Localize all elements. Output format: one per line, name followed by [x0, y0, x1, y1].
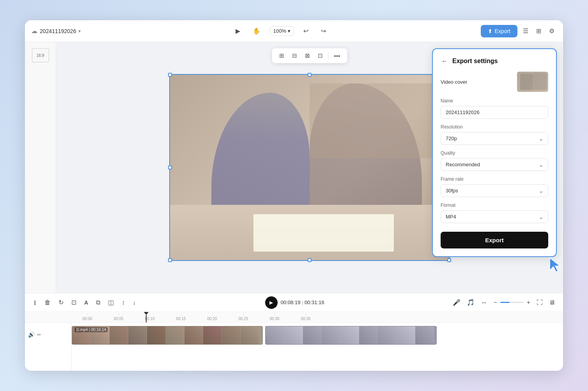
zoom-in-button[interactable]: + — [525, 298, 532, 308]
timeline-right: 🎤 🎵 ↔ − + ⛶ 🖥 — [451, 297, 557, 308]
clip-frame — [284, 326, 303, 345]
clip-frame — [415, 326, 434, 345]
ratio-label: 16:9 — [37, 53, 44, 58]
current-time: 00:08:19 | 00:31:16 — [281, 299, 324, 305]
redo-button[interactable]: ↪ — [318, 25, 329, 37]
thumbnail-image — [517, 72, 548, 92]
clip-frame — [166, 326, 184, 345]
playhead-line — [146, 315, 147, 322]
mic-button[interactable]: 🎤 — [451, 297, 462, 308]
format-select[interactable]: MP4 MOV AVI GIF — [441, 210, 548, 223]
quality-label: Quality — [441, 150, 548, 156]
clip-label: 1l.mp4 | 00:16:14 — [74, 327, 108, 332]
hand-tool-button[interactable]: ✋ — [250, 25, 264, 37]
toolbar-center: ▶ ✋ 100% ▾ ↩ ↪ — [85, 25, 476, 37]
app-container: ☁ 202411192026 ▾ ▶ ✋ 100% ▾ ↩ ↪ ⬆ Export… — [25, 20, 563, 371]
timeline-toolbar: ⫿ 🗑 ↻ ⊡ A ⧉ ◫ ↕ ↓ ▶ 00:08:19 | 00:31:16 … — [25, 293, 563, 312]
loop-tool-button[interactable]: ↻ — [56, 296, 66, 308]
resolution-label: Resolution — [441, 124, 548, 130]
main-content: 16:9 ⊞ ⊟ ⊠ ⊡ ••• — [25, 42, 563, 293]
zoom-slider: − + — [492, 298, 532, 308]
clip-frame — [203, 326, 222, 345]
project-name-area[interactable]: ☁ 202411192026 ▾ — [31, 27, 81, 35]
clip-frame — [241, 326, 259, 345]
back-button[interactable]: ← — [441, 57, 448, 65]
trim-button[interactable]: ↕ — [119, 297, 127, 308]
zoom-track[interactable] — [500, 302, 524, 303]
more-tools-button[interactable]: ••• — [332, 51, 343, 61]
transform-tool-button[interactable]: ⊠ — [303, 51, 312, 61]
text-tool-button[interactable]: A — [82, 297, 90, 308]
aspect-tool-button[interactable]: ⊡ — [315, 51, 325, 61]
ruler-mark-5: 00:25 — [228, 314, 259, 321]
format-field: Format MP4 MOV AVI GIF — [441, 203, 548, 223]
crop-tool-button[interactable]: ⊞ — [277, 51, 287, 61]
crop-timeline-button[interactable]: ⊡ — [69, 296, 79, 308]
timeline-ruler: 00:00 00:05 00:10 00:15 00:20 — [25, 312, 563, 323]
play-icon: ▶ — [269, 300, 273, 305]
zoom-out-button[interactable]: − — [492, 298, 498, 308]
ruler-marks: 00:00 00:05 00:10 00:15 00:20 — [72, 314, 516, 321]
pencil-icon[interactable]: ✏ — [37, 332, 41, 338]
audio-button[interactable]: 🎵 — [465, 297, 476, 308]
ruler-mark-3: 00:15 — [165, 314, 197, 321]
video-clip-2[interactable] — [265, 326, 437, 345]
play-button[interactable]: ▶ — [265, 296, 278, 309]
frame-rate-select[interactable]: 24fps 25fps 30fps 60fps — [441, 184, 548, 197]
volume-icon[interactable]: 🔊 — [28, 331, 35, 338]
quality-select[interactable]: Recommended High Medium Low — [441, 158, 548, 171]
clip-frame — [378, 326, 397, 345]
cloud-icon: ☁ — [31, 27, 37, 35]
playhead-head — [144, 312, 149, 315]
transition-button[interactable]: ↔ — [479, 298, 489, 308]
clip-frame — [322, 326, 340, 345]
clip-frame — [340, 326, 359, 345]
resolution-select[interactable]: 720p 1080p 4K — [441, 132, 548, 145]
cursor-arrow — [548, 256, 563, 274]
delete-tool-button[interactable]: 🗑 — [42, 297, 53, 308]
current-time-value: 00:08:19 — [281, 299, 301, 305]
aspect-ratio-badge[interactable]: 16:9 — [32, 48, 49, 62]
resolution-select-wrapper: 720p 1080p 4K — [441, 132, 548, 145]
time-separator: | — [302, 299, 305, 305]
video-track: 1l.mp4 | 00:16:14 — [72, 324, 563, 346]
video-clip-1[interactable]: 1l.mp4 | 00:16:14 — [72, 326, 263, 345]
fullscreen-button[interactable]: ⛶ — [535, 298, 544, 308]
ruler-mark-6: 00:30 — [259, 314, 290, 321]
clip-frame — [266, 326, 284, 345]
split-tool-button[interactable]: ⫿ — [31, 297, 39, 308]
clip-frame — [147, 326, 166, 345]
panel-toggle-button[interactable]: ⊞ — [534, 25, 544, 37]
undo-button[interactable]: ↩ — [300, 25, 312, 37]
clip-frame — [222, 326, 241, 345]
chevron-down-icon: ▾ — [78, 28, 81, 34]
layout-toggle-button[interactable]: ☰ — [521, 25, 531, 37]
video-cover-section: Video cover — [441, 72, 548, 92]
format-label: Format — [441, 203, 548, 208]
quality-select-wrapper: Recommended High Medium Low — [441, 158, 548, 171]
ruler-mark-1: 00:05 — [103, 314, 134, 321]
frame-rate-select-wrapper: 24fps 25fps 30fps 60fps — [441, 184, 548, 197]
export-icon: ⬆ — [488, 28, 492, 34]
export-button[interactable]: ⬆ Export — [481, 25, 517, 37]
play-mode-button[interactable]: ▶ — [232, 25, 243, 37]
export-settings-panel: ← Export settings Video cover — [432, 48, 557, 257]
layers-button[interactable]: ⧉ — [94, 297, 103, 308]
export-action-button[interactable]: Export — [441, 232, 548, 248]
frame-rate-label: Frame rate — [441, 176, 548, 182]
tracks-area: 1l.mp4 | 00:16:14 — [72, 323, 563, 371]
bottom-section: ⫿ 🗑 ↻ ⊡ A ⧉ ◫ ↕ ↓ ▶ 00:08:19 | 00:31:16 … — [25, 293, 563, 371]
more-timeline-tools-button[interactable]: ↓ — [130, 297, 138, 308]
name-input[interactable] — [441, 106, 548, 119]
settings-button[interactable]: ⚙ — [547, 25, 557, 37]
audio-track-control: 🔊 ✏ — [28, 324, 68, 345]
keyframe-button[interactable]: ◫ — [106, 296, 116, 308]
display-toggle-button[interactable]: 🖥 — [547, 298, 557, 308]
quality-field: Quality Recommended High Medium Low — [441, 150, 548, 171]
panel-header: ← Export settings — [441, 57, 548, 65]
video-thumbnail[interactable] — [517, 72, 548, 92]
ruler-mark-7: 00:35 — [290, 314, 321, 321]
resize-tool-button[interactable]: ⊟ — [290, 51, 299, 61]
zoom-control[interactable]: 100% ▾ — [270, 26, 294, 36]
track-controls: 🔊 ✏ — [25, 323, 72, 371]
